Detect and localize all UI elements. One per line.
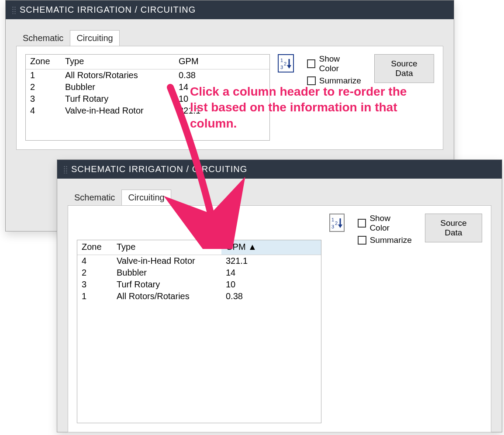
instruction-callout: Click a column header to re-order the li… — [190, 84, 426, 131]
table-row[interactable]: 1 All Rotors/Rotaries 0.38 — [77, 290, 321, 302]
col-header-zone[interactable]: Zone — [26, 55, 61, 69]
cell-type: Bubbler — [61, 81, 174, 93]
table-row[interactable]: 4 Valve-in-Head Rotor 321.1 — [77, 255, 321, 267]
cell-zone: 2 — [77, 267, 112, 279]
cell-type: Turf Rotary — [112, 279, 221, 290]
panel-title-bar[interactable]: SCHEMATIC IRRIGATION / CIRCUITING — [57, 160, 502, 179]
cell-type: Turf Rotary — [61, 93, 174, 105]
sort-button[interactable]: 1 2 3 — [278, 54, 294, 72]
tab-circuiting[interactable]: Circuiting — [70, 30, 119, 46]
col-header-zone[interactable]: Zone — [77, 240, 112, 255]
sort-button[interactable]: 1 2 3 — [329, 214, 345, 232]
drag-grip-icon[interactable] — [63, 166, 68, 173]
sort-numeric-icon: 1 2 3 — [280, 57, 292, 69]
cell-zone: 4 — [77, 255, 112, 267]
label-show-color: Show Color — [369, 214, 411, 233]
svg-text:1: 1 — [280, 58, 283, 63]
table-row[interactable]: 2 Bubbler 14 — [77, 267, 321, 279]
tab-panel-circuiting: Zone Type GPM ▲ 4 Valve-in-Head Rotor 32… — [68, 205, 491, 432]
svg-text:3: 3 — [331, 224, 334, 229]
tab-strip: Schematic Circuiting — [68, 189, 502, 205]
cell-type: All Rotors/Rotaries — [61, 69, 174, 82]
cell-zone: 1 — [77, 290, 112, 302]
checkbox-show-color[interactable] — [358, 219, 366, 228]
cell-zone: 1 — [26, 69, 61, 82]
cell-zone: 2 — [26, 81, 61, 93]
sort-numeric-icon: 1 2 3 — [331, 217, 343, 229]
col-header-type[interactable]: Type — [61, 55, 174, 69]
cell-zone: 4 — [26, 105, 61, 117]
checkbox-summarize[interactable] — [358, 236, 366, 245]
options-group: Show Color Summarize — [358, 214, 412, 245]
svg-text:3: 3 — [280, 65, 283, 69]
svg-text:2: 2 — [284, 61, 287, 66]
cell-type: Bubbler — [112, 267, 221, 279]
panel-title: SCHEMATIC IRRIGATION / CIRCUITING — [71, 164, 247, 174]
cell-zone: 3 — [26, 93, 61, 105]
svg-marker-4 — [287, 65, 291, 69]
svg-marker-9 — [338, 224, 342, 228]
tab-schematic[interactable]: Schematic — [16, 30, 70, 46]
label-summarize: Summarize — [370, 235, 412, 245]
col-header-gpm[interactable]: GPM — [174, 55, 269, 69]
panel-title: SCHEMATIC IRRIGATION / CIRCUITING — [20, 5, 196, 15]
tab-schematic[interactable]: Schematic — [68, 190, 121, 206]
panel-title-bar[interactable]: SCHEMATIC IRRIGATION / CIRCUITING — [6, 0, 454, 19]
col-header-type[interactable]: Type — [112, 240, 221, 255]
cell-type: All Rotors/Rotaries — [112, 290, 221, 302]
tab-circuiting[interactable]: Circuiting — [121, 190, 171, 206]
drag-grip-icon[interactable] — [12, 6, 16, 14]
source-data-button[interactable]: Source Data — [374, 54, 434, 83]
cell-type: Valve-in-Head Rotor — [112, 255, 221, 267]
svg-text:2: 2 — [335, 221, 338, 226]
tab-strip: Schematic Circuiting — [16, 30, 454, 46]
source-data-button[interactable]: Source Data — [425, 214, 482, 242]
svg-text:1: 1 — [331, 217, 334, 222]
cell-gpm: 321.1 — [221, 255, 321, 267]
panel-front: SCHEMATIC IRRIGATION / CIRCUITING Schema… — [57, 159, 502, 432]
zone-table: Zone Type GPM ▲ 4 Valve-in-Head Rotor 32… — [77, 240, 321, 423]
cell-gpm: 10 — [221, 279, 321, 290]
cell-gpm: 0.38 — [221, 290, 321, 302]
table-row[interactable]: 3 Turf Rotary 10 — [77, 279, 321, 290]
col-header-gpm-sorted[interactable]: GPM ▲ — [221, 240, 321, 255]
checkbox-show-color[interactable] — [307, 59, 316, 68]
table-row[interactable]: 1 All Rotors/Rotaries 0.38 — [26, 69, 269, 82]
cell-type: Valve-in-Head Rotor — [61, 105, 174, 117]
label-show-color: Show Color — [319, 54, 361, 73]
cell-zone: 3 — [77, 279, 112, 290]
options-group: Show Color Summarize — [307, 54, 361, 86]
cell-gpm: 0.38 — [174, 69, 269, 82]
cell-gpm: 14 — [221, 267, 321, 279]
